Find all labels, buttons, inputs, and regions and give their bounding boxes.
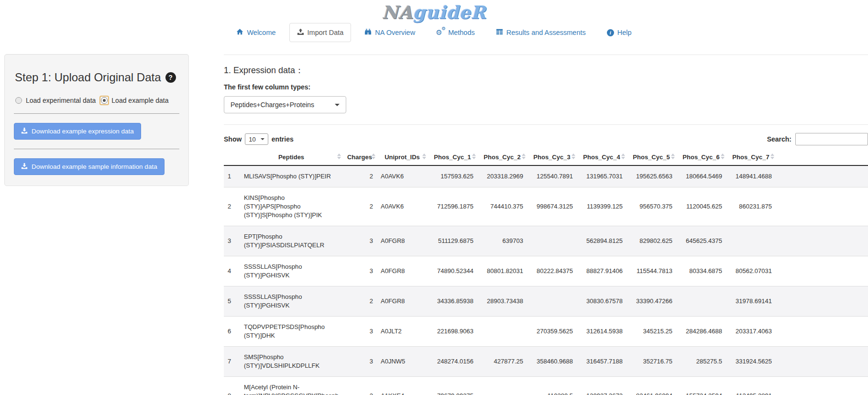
- column-header-uniprot_ids[interactable]: Uniprot_IDs: [377, 149, 428, 165]
- value-cell-phos-cyc-7: 203317.4063: [726, 317, 776, 347]
- logo-part-guider: guideR: [413, 2, 486, 23]
- tab-methods[interactable]: ⚙⚙ Methods: [429, 23, 483, 42]
- value-cell-phos-cyc-6: [676, 286, 726, 317]
- radio-load-example-data[interactable]: Load example data: [100, 97, 168, 104]
- show-label: Show: [224, 135, 242, 143]
- uniprot-cell: A0FGR8: [377, 286, 428, 317]
- value-cell-phos-cyc-3: [527, 286, 577, 317]
- table-row: 8M[Acetyl (Protein N-term)]NPVYSPGSSGVPY…: [224, 377, 868, 395]
- value-cell-phos-cyc-4: 130927.3672: [577, 377, 626, 395]
- column-header-label: Phos_Cyc_6: [682, 154, 719, 161]
- tab-import-data[interactable]: Import Data: [289, 23, 352, 42]
- filler-cell: [776, 347, 868, 377]
- column-header-phos_cyc_1[interactable]: Phos_Cyc_1: [428, 149, 477, 165]
- value-cell-phos-cyc-6: 1120045.625: [676, 187, 726, 226]
- filler-cell: [776, 317, 868, 347]
- sort-icon[interactable]: [721, 154, 725, 159]
- uniprot-cell: A0JNW5: [377, 347, 428, 377]
- peptide-cell: SMS[Phospho (STY)]VDLSHIPLKDPLLFK: [240, 347, 342, 377]
- section-title: 1. Expression data：: [224, 65, 868, 76]
- divider: [224, 55, 868, 55]
- search-input[interactable]: [795, 133, 868, 145]
- column-header-phos_cyc_4[interactable]: Phos_Cyc_4: [577, 149, 626, 165]
- chevron-down-icon: [335, 104, 340, 106]
- sort-icon[interactable]: [472, 154, 476, 159]
- download-expression-data-button[interactable]: Download example expression data: [14, 123, 141, 140]
- column-header-phos_cyc_5[interactable]: Phos_Cyc_5: [626, 149, 676, 165]
- peptide-cell: TQDPVPPETPSDS[Phospho (STY)]DHK: [240, 317, 342, 347]
- gears-icon: ⚙⚙: [436, 28, 445, 37]
- tab-label: Welcome: [247, 29, 275, 36]
- search-label: Search:: [767, 135, 791, 143]
- sort-icon[interactable]: [372, 154, 375, 159]
- peptide-cell: M[Acetyl (Protein N-term)]NPVYSPGSSGVPY[…: [240, 377, 342, 395]
- peptide-cell: SSSSLLAS[Phospho (STY)]PGHISVK: [240, 256, 342, 286]
- column-header-phos_cyc_6[interactable]: Phos_Cyc_6: [676, 149, 726, 165]
- value-cell-phos-cyc-5: 352716.75: [626, 347, 676, 377]
- charges-cell: 2: [342, 165, 377, 187]
- panel-title: Step 1: Upload Original Data ?: [15, 71, 179, 84]
- value-cell-phos-cyc-3: 358460.9688: [527, 347, 577, 377]
- sort-icon[interactable]: [571, 154, 575, 159]
- chevron-down-icon: [261, 138, 264, 140]
- logo-part-na: NA: [382, 2, 413, 23]
- value-cell-phos-cyc-2: 203318.2969: [477, 165, 527, 187]
- sort-icon[interactable]: [422, 154, 426, 159]
- panel-title-text: Step 1: Upload Original Data: [15, 71, 161, 84]
- value-cell-phos-cyc-1: 34336.85938: [428, 286, 477, 317]
- value-cell-phos-cyc-6: 155724.3594: [676, 377, 726, 395]
- row-index: 4: [224, 256, 240, 286]
- table-row: 2KINS[Phospho (STY)]APS[Phospho (STY)]S[…: [224, 187, 868, 226]
- download-sample-information-button[interactable]: Download example sample information data: [14, 158, 165, 175]
- column-header-phos_cyc_7[interactable]: Phos_Cyc_7: [726, 149, 776, 165]
- column-types-value: Peptides+Charges+Proteins: [231, 101, 314, 109]
- row-index: 2: [224, 187, 240, 226]
- value-cell-phos-cyc-4: 30830.67578: [577, 286, 626, 317]
- sort-icon[interactable]: [522, 154, 526, 159]
- question-circle-icon[interactable]: ?: [165, 72, 176, 83]
- value-cell-phos-cyc-7: 331924.5625: [726, 347, 776, 377]
- peptide-cell: KINS[Phospho (STY)]APS[Phospho (STY)]S[P…: [240, 187, 342, 226]
- radio-load-experimental-data[interactable]: Load experimental data: [15, 97, 96, 104]
- column-types-select[interactable]: Peptides+Charges+Proteins: [224, 96, 346, 113]
- column-header-index: [224, 149, 240, 165]
- column-types-label: The first few column types:: [224, 83, 868, 91]
- divider: [14, 113, 179, 114]
- column-header-label: Phos_Cyc_5: [633, 154, 670, 161]
- tab-help[interactable]: i Help: [599, 23, 639, 42]
- sort-icon[interactable]: [337, 154, 341, 159]
- table-row: 3EPT[Phospho (STY)]PSIASDISLPIATQELR3A0F…: [224, 226, 868, 256]
- column-header-charges[interactable]: Charges: [342, 149, 377, 165]
- column-header-phos_cyc_2[interactable]: Phos_Cyc_2: [477, 149, 527, 165]
- tab-label: Results and Assessments: [506, 29, 586, 36]
- filler-cell: [776, 256, 868, 286]
- peptide-cell: EPT[Phospho (STY)]PSIASDISLPIATQELR: [240, 226, 342, 256]
- column-header-label: Phos_Cyc_4: [583, 154, 620, 161]
- column-header-phos_cyc_3[interactable]: Phos_Cyc_3: [527, 149, 577, 165]
- value-cell-phos-cyc-5: 33390.47266: [626, 286, 676, 317]
- table-row: 1MLISAVS[Phospho (STY)]PEIR2A0AVK6157593…: [224, 165, 868, 187]
- tab-na-overview[interactable]: NA Overview: [357, 23, 423, 42]
- value-cell-phos-cyc-1: 511129.6875: [428, 226, 477, 256]
- sort-icon[interactable]: [770, 154, 774, 159]
- value-cell-phos-cyc-3: 80222.84375: [527, 256, 577, 286]
- tab-results-assessments[interactable]: Results and Assessments: [488, 23, 593, 42]
- value-cell-phos-cyc-2: 28903.73438: [477, 286, 527, 317]
- show-entries-control: Show 10 entries: [224, 133, 294, 145]
- tab-welcome[interactable]: Welcome: [229, 23, 283, 42]
- radio-circle: [100, 97, 108, 104]
- value-cell-phos-cyc-3: 110380.5: [527, 377, 577, 395]
- value-cell-phos-cyc-2: 744410.375: [477, 187, 527, 226]
- page-length-select[interactable]: 10: [245, 133, 268, 145]
- value-cell-phos-cyc-6: 285275.5: [676, 347, 726, 377]
- value-cell-phos-cyc-4: 562894.8125: [577, 226, 626, 256]
- home-icon: [236, 28, 243, 37]
- column-header-label: Phos_Cyc_1: [434, 154, 471, 161]
- sort-icon[interactable]: [671, 154, 675, 159]
- sort-icon[interactable]: [621, 154, 625, 159]
- filler-cell: [776, 286, 868, 317]
- column-header-peptides[interactable]: Peptides: [240, 149, 342, 165]
- value-cell-phos-cyc-4: 312614.5938: [577, 317, 626, 347]
- value-cell-phos-cyc-5: 829802.625: [626, 226, 676, 256]
- upload-icon: [297, 28, 304, 37]
